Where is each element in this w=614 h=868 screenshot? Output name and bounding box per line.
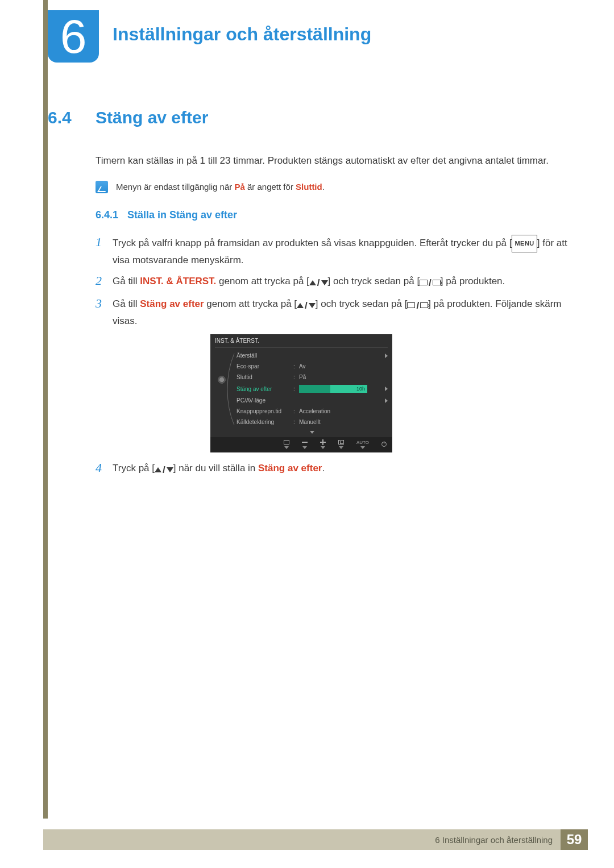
step3-mid: genom att trycka på [	[204, 298, 297, 309]
osd-colon: :	[293, 408, 299, 414]
page-content: 6.4 Stäng av efter Timern kan ställas in…	[48, 108, 571, 483]
subsection-title: Ställa in Stäng av efter	[127, 209, 237, 221]
step-text: Gå till INST. & ÅTERST. genom att trycka…	[113, 273, 505, 290]
osd-button-enter	[338, 439, 344, 449]
note-mid: är angett för	[245, 182, 296, 192]
menu-button-icon: MENU	[512, 235, 537, 252]
note-post: .	[322, 182, 325, 192]
osd-item-label: Knappupprepn.tid	[237, 408, 293, 414]
osd-item-value: På	[299, 374, 388, 380]
step-number: 2	[96, 273, 113, 290]
step4-pre: Tryck på [	[113, 463, 155, 474]
osd-button-back	[284, 439, 289, 449]
osd-colon: :	[293, 419, 299, 425]
step-number: 4	[96, 460, 113, 477]
section-title: Stäng av efter	[96, 108, 208, 127]
osd-row: Sluttid:På	[237, 372, 388, 383]
osd-row: Återställ	[237, 350, 388, 361]
osd-row: Stäng av efter:10h	[237, 383, 388, 395]
osd-screenshot: INST. & ÅTERST. ÅterställEco-spar:AvSlut…	[210, 334, 392, 452]
step2-pre: Gå till	[113, 276, 140, 286]
note-highlight-2: Sluttid	[296, 182, 322, 192]
chapter-title: Inställningar och återställning	[113, 24, 371, 45]
osd-button-minus	[302, 439, 308, 449]
osd-colon: :	[293, 374, 299, 380]
osd-item-label: Återställ	[237, 352, 293, 359]
chapter-number-tab: 6	[48, 10, 99, 63]
step-3: 3 Gå till Stäng av efter genom att tryck…	[96, 296, 571, 329]
step1-pre: Tryck på valfri knapp på framsidan av pr…	[113, 238, 512, 248]
osd-item-label: Stäng av efter	[237, 386, 293, 392]
note: Menyn är endast tillgänglig när På är an…	[96, 181, 571, 193]
page-footer: 6 Inställningar och återställning 59	[43, 829, 588, 850]
step4-highlight: Stäng av efter	[258, 463, 322, 474]
osd-title: INST. & ÅTERST.	[215, 338, 388, 348]
osd-menu-list: ÅterställEco-spar:AvSluttid:PåStäng av e…	[237, 350, 388, 437]
osd-row: Knappupprepn.tid:Acceleration	[237, 406, 388, 417]
step-number: 3	[96, 296, 113, 329]
osd-item-value: Manuellt	[299, 419, 388, 425]
osd-item-label: PC/AV-läge	[237, 397, 293, 404]
up-down-icon: /	[309, 275, 328, 290]
osd-button-plus	[320, 439, 326, 449]
step2-highlight: INST. & ÅTERST.	[140, 276, 216, 286]
osd-colon: :	[293, 386, 299, 392]
step2-mid: genom att trycka på [	[216, 276, 309, 286]
osd-item-label: Eco-spar	[237, 363, 293, 369]
osd-item-value: Acceleration	[299, 408, 388, 414]
step4-mid: ] när du vill ställa in	[173, 463, 258, 474]
osd-button-auto: AUTO	[356, 439, 369, 449]
note-highlight-1: På	[234, 182, 244, 192]
step-text: Gå till Stäng av efter genom att trycka …	[113, 296, 571, 329]
chevron-right-icon	[385, 387, 388, 391]
osd-button-power	[381, 442, 387, 447]
osd-bottom-bar: AUTO	[210, 437, 392, 452]
step2-mid2: ] och tryck sedan på [	[328, 276, 420, 286]
step-number: 1	[96, 235, 113, 268]
step-text: Tryck på [/] när du vill ställa in Stäng…	[113, 460, 325, 477]
left-accent-bar	[43, 0, 48, 819]
step-2: 2 Gå till INST. & ÅTERST. genom att tryc…	[96, 273, 571, 290]
step3-highlight: Stäng av efter	[140, 298, 204, 309]
footer-chapter-label: 6 Inställningar och återställning	[43, 829, 561, 850]
osd-item-value: 10h	[299, 385, 381, 393]
step2-post: ] på produkten.	[441, 276, 505, 286]
chevron-right-icon	[385, 398, 388, 403]
section-heading: 6.4 Stäng av efter	[48, 108, 571, 127]
footer-page-number: 59	[561, 829, 588, 850]
note-text: Menyn är endast tillgänglig när På är an…	[116, 181, 325, 193]
source-enter-icon: /	[407, 298, 428, 313]
step-text: Tryck på valfri knapp på framsidan av pr…	[113, 235, 571, 268]
osd-colon: :	[293, 363, 299, 369]
up-down-icon: /	[155, 462, 173, 477]
section-number: 6.4	[48, 108, 96, 127]
osd-item-label: Källdetektering	[237, 419, 293, 425]
note-pre: Menyn är endast tillgänglig när	[116, 182, 234, 192]
osd-row: Källdetektering:Manuellt	[237, 417, 388, 427]
up-down-icon: /	[297, 298, 316, 313]
chevron-right-icon	[385, 354, 388, 358]
step-4: 4 Tryck på [/] när du vill ställa in Stä…	[96, 460, 571, 477]
subsection-number: 6.4.1	[96, 209, 127, 221]
gear-icon	[217, 375, 226, 384]
source-enter-icon: /	[420, 275, 441, 290]
section-intro: Timern kan ställas in på 1 till 23 timma…	[96, 153, 571, 168]
step3-mid2: ] och tryck sedan på [	[316, 298, 408, 309]
chevron-down-icon	[237, 427, 388, 437]
step3-pre: Gå till	[113, 298, 140, 309]
step4-post: .	[322, 463, 325, 474]
osd-row: PC/AV-läge	[237, 395, 388, 406]
osd-item-label: Sluttid	[237, 374, 293, 380]
osd-curve-decoration	[229, 350, 237, 437]
step-1: 1 Tryck på valfri knapp på framsidan av …	[96, 235, 571, 268]
osd-row: Eco-spar:Av	[237, 361, 388, 372]
osd-item-value: Av	[299, 363, 388, 369]
subsection-heading: 6.4.1 Ställa in Stäng av efter	[96, 209, 571, 221]
note-icon	[96, 181, 108, 193]
